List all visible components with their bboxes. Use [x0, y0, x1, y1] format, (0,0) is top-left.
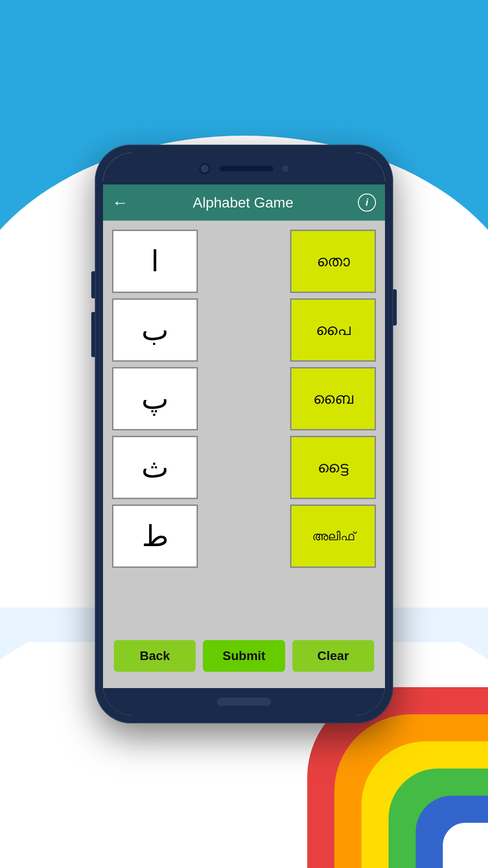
- left-char-card-3[interactable]: پ: [112, 367, 198, 430]
- clear-button[interactable]: Clear: [292, 640, 374, 672]
- right-text-card-3[interactable]: ബൈ: [290, 367, 376, 430]
- left-char-card-5[interactable]: ط: [112, 505, 198, 568]
- back-navigation-icon[interactable]: ←: [112, 193, 128, 212]
- action-buttons: Back Submit Clear: [112, 633, 376, 679]
- game-content: ا തൊ ب പൈ پ ബൈ: [103, 221, 385, 688]
- phone-frame: ← Alphabet Game i ا തൊ ب: [95, 145, 393, 723]
- table-row: ا തൊ: [112, 230, 376, 293]
- left-char-card-1[interactable]: ا: [112, 230, 198, 293]
- matching-grid: ا തൊ ب പൈ پ ബൈ: [112, 230, 376, 633]
- home-bar: [103, 688, 385, 715]
- phone-screen: ← Alphabet Game i ا തൊ ب: [103, 153, 385, 715]
- table-row: ط അലിഫ്: [112, 505, 376, 568]
- submit-button[interactable]: Submit: [203, 640, 285, 672]
- home-button[interactable]: [217, 698, 271, 706]
- power-button: [393, 289, 397, 326]
- camera-lens: [199, 163, 210, 174]
- app-screen: ← Alphabet Game i ا തൊ ب: [103, 184, 385, 688]
- volume-up-button: [91, 271, 95, 298]
- top-bar: ← Alphabet Game i: [103, 184, 385, 221]
- left-char-card-4[interactable]: ث: [112, 436, 198, 499]
- volume-down-button: [91, 312, 95, 357]
- right-text-card-4[interactable]: ട്ടൈ: [290, 436, 376, 499]
- right-text-card-1[interactable]: തൊ: [290, 230, 376, 293]
- info-icon[interactable]: i: [358, 193, 376, 212]
- right-text-card-2[interactable]: പൈ: [290, 298, 376, 362]
- camera-bar: [103, 153, 385, 184]
- left-char-card-2[interactable]: ب: [112, 298, 198, 362]
- right-text-card-5[interactable]: അലിഫ്: [290, 505, 376, 568]
- page-title: Alphabet Game: [136, 194, 351, 211]
- table-row: ب പൈ: [112, 298, 376, 362]
- table-row: پ ബൈ: [112, 367, 376, 430]
- rainbow-white: [443, 823, 488, 868]
- speaker-slot: [219, 166, 273, 171]
- sensor-dot: [282, 165, 289, 172]
- back-button[interactable]: Back: [114, 640, 196, 672]
- table-row: ث ട്ടൈ: [112, 436, 376, 499]
